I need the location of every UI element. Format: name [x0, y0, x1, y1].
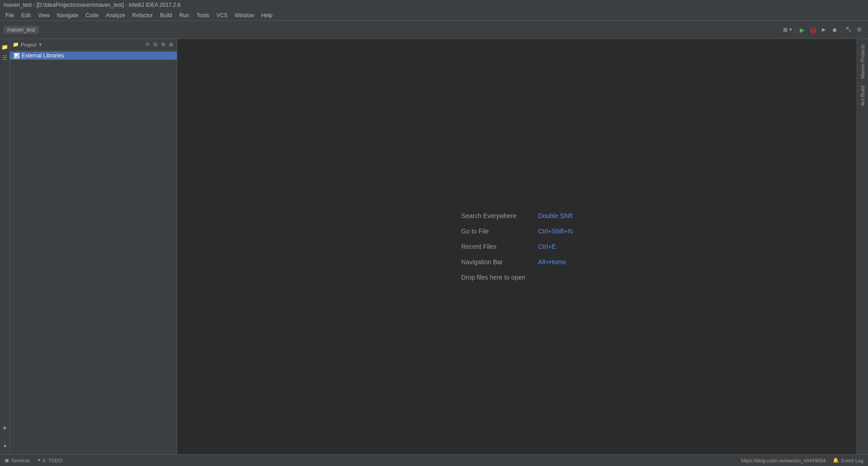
title-text: maven_test - [D:\IdeaProjects\maven\mave… [4, 2, 181, 8]
separator [795, 26, 795, 34]
menu-item-edit[interactable]: Edit [18, 11, 34, 19]
favorites-icon[interactable]: ★ [2, 425, 7, 438]
title-bar: maven_test - [D:\IdeaProjects\maven\mave… [0, 0, 868, 10]
search-everywhere-hint: Search Everywhere Double Shift [461, 212, 572, 219]
run-controls: ▦ ▼ ▶ 🐞 ▶ ■ 🔨 ⚙ [783, 25, 864, 35]
debug-button[interactable]: 🐞 [808, 25, 818, 35]
todo-tab[interactable]: ✦ 6: TODO [37, 457, 63, 463]
welcome-hints: Search Everywhere Double Shift Go to Fil… [461, 212, 572, 281]
project-icon[interactable]: 📁 [1, 44, 8, 50]
menu-item-tools[interactable]: Tools [193, 11, 213, 19]
layout-icon[interactable]: ⊞ [168, 41, 174, 48]
gear-icon[interactable]: ⚙ [160, 41, 166, 48]
drop-files-hint: Drop files here to open [461, 274, 572, 281]
build-icon[interactable]: 🔨 [844, 25, 854, 35]
event-log-icon: 🔔 [833, 457, 839, 463]
top-action-bar: maven_test ▦ ▼ ▶ 🐞 ▶ ■ 🔨 ⚙ [0, 21, 868, 39]
project-panel-title: 📁 Project ▼ [13, 42, 42, 48]
panel-dropdown-arrow[interactable]: ▼ [38, 42, 42, 47]
terminal-tab[interactable]: ▣ Terminal [5, 457, 30, 463]
event-log[interactable]: 🔔 Event Log [833, 457, 863, 463]
goto-file-hint: Go to File Ctrl+Shift+N [461, 228, 572, 235]
app-window: maven_test - [D:\IdeaProjects\maven\mave… [0, 0, 868, 466]
menu-item-build[interactable]: Build [156, 11, 176, 19]
project-panel-header: 📁 Project ▼ ⟳ ⊟ ⚙ ⊞ [10, 39, 177, 51]
menu-item-code[interactable]: Code [82, 11, 102, 19]
library-icon: 📊 [14, 53, 20, 59]
project-panel: 📁 Project ▼ ⟳ ⊟ ⚙ ⊞ 📊 External Libraries [10, 39, 177, 454]
structure-icon[interactable]: ☰ [2, 55, 7, 61]
status-bar: ▣ Terminal ✦ 6: TODO https://blog.csdn.n… [0, 454, 868, 466]
menu-item-help[interactable]: Help [258, 11, 276, 19]
settings-icon[interactable]: ⚙ [854, 25, 864, 35]
menu-item-vcs[interactable]: VCS [213, 11, 231, 19]
project-tab-label[interactable]: maven_test [4, 26, 39, 34]
right-toolbar: Maven Projects Ant Build [857, 39, 868, 454]
menu-item-view[interactable]: View [34, 11, 53, 19]
ant-build-tab[interactable]: Ant Build [859, 82, 867, 109]
project-tree: 📊 External Libraries [10, 51, 177, 454]
stop-button[interactable]: ■ [830, 25, 840, 35]
panel-icon: 📁 [13, 42, 19, 48]
menu-item-navigate[interactable]: Navigate [53, 11, 82, 19]
menu-bar: FileEditViewNavigateCodeAnalyzeRefactorB… [0, 10, 868, 21]
menu-item-window[interactable]: Window [231, 11, 258, 19]
menu-item-analyze[interactable]: Analyze [102, 11, 129, 19]
collapse-icon[interactable]: ⊟ [152, 41, 158, 48]
navigation-bar-hint: Navigation Bar Alt+Home [461, 258, 572, 266]
external-libraries-item[interactable]: 📊 External Libraries [10, 52, 177, 60]
todo-icon-status: ✦ [37, 457, 41, 463]
terminal-icon: ▣ [5, 457, 9, 463]
sync-icon[interactable]: ⟳ [145, 41, 151, 48]
maven-projects-tab[interactable]: Maven Projects [859, 41, 867, 82]
menu-item-refactor[interactable]: Refactor [129, 11, 156, 19]
separator2 [841, 26, 842, 34]
project-panel-actions: ⟳ ⊟ ⚙ ⊞ [145, 41, 174, 48]
menu-item-run[interactable]: Run [176, 11, 193, 19]
editor-area: Search Everywhere Double Shift Go to Fil… [177, 39, 857, 454]
content-area: 📁 ☰ ★ ✦ 📁 Project ▼ ⟳ ⊟ ⚙ ⊞ [0, 39, 868, 454]
todo-icon[interactable]: ✦ [3, 443, 7, 453]
run-button[interactable]: ▶ [797, 25, 807, 35]
run-coverage-button[interactable]: ▶ [819, 25, 829, 35]
left-side-tabs: 📁 ☰ ★ ✦ [0, 39, 10, 454]
recent-files-hint: Recent Files Ctrl+E [461, 243, 572, 250]
menu-item-file[interactable]: File [2, 11, 18, 19]
config-dropdown[interactable]: ▦ ▼ [783, 27, 793, 33]
url-display: https://blog.csdn.net/weixin_44449054 [741, 458, 826, 463]
